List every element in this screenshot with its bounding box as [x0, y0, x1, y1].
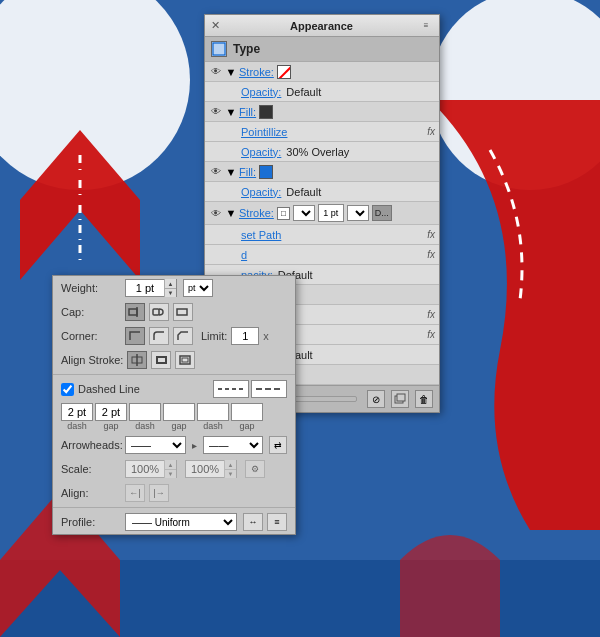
arrowhead-end-select[interactable]: —— — [203, 436, 264, 454]
no-icon-button[interactable]: ⊘ — [367, 390, 385, 408]
align-outside-button[interactable] — [175, 351, 195, 369]
weight-label: Weight: — [61, 282, 121, 294]
type-label: Type — [233, 42, 260, 56]
fx-badge-5: fx — [427, 329, 435, 340]
set-path-label-1[interactable]: set Path — [241, 229, 281, 241]
d-row-1: d fx — [205, 245, 439, 265]
gap-2-group: gap — [163, 403, 195, 431]
expand-icon-2[interactable]: ▼ — [226, 107, 236, 117]
gap-1-input[interactable] — [95, 403, 127, 421]
fill-color-swatch-2[interactable] — [259, 165, 273, 179]
stroke-row-1: 👁 ▼ Stroke: — [205, 62, 439, 82]
expand-icon-4[interactable]: ▼ — [226, 208, 236, 218]
corner-row: Corner: Limit: x — [53, 324, 295, 348]
scale-1-up[interactable]: ▲ — [165, 460, 176, 469]
weight-down-button[interactable]: ▼ — [165, 288, 176, 297]
scale-value-1: 100% — [126, 463, 164, 475]
opacity-label-2[interactable]: Opacity: — [241, 146, 281, 158]
pointillize-row: Pointillize fx — [205, 122, 439, 142]
visibility-icon-3[interactable]: 👁 — [209, 166, 223, 178]
stroke-options-panel: Weight: 1 pt ▲ ▼ pt Cap: Corner: — [52, 275, 296, 535]
visibility-icon-1[interactable]: 👁 — [209, 66, 223, 78]
new-layer-button[interactable] — [391, 390, 409, 408]
stroke-weight-spinner[interactable]: 1 pt — [318, 204, 344, 222]
expand-icon-1[interactable]: ▼ — [226, 67, 236, 77]
weight-spinner[interactable]: 1 pt ▲ ▼ — [125, 279, 177, 297]
visibility-icon-4[interactable]: 👁 — [209, 207, 223, 219]
corner-miter-button[interactable] — [125, 327, 145, 345]
opacity-label-1[interactable]: Opacity: — [241, 86, 281, 98]
gap-3-input[interactable] — [231, 403, 263, 421]
cap-butt-button[interactable] — [125, 303, 145, 321]
profile-options-button[interactable]: ≡ — [267, 513, 287, 531]
dash-2-input[interactable] — [129, 403, 161, 421]
corner-round-button[interactable] — [149, 327, 169, 345]
cap-row: Cap: — [53, 300, 295, 324]
weight-unit-select[interactable]: pt — [183, 279, 213, 297]
dashed-checkbox[interactable] — [61, 383, 74, 396]
opacity-row-2: Opacity: 30% Overlay — [205, 142, 439, 162]
scale-spinner-1[interactable]: 100% ▲ ▼ — [125, 460, 177, 478]
pointillize-label[interactable]: Pointillize — [241, 126, 287, 138]
dash-1-label: dash — [67, 421, 87, 431]
svg-rect-18 — [177, 309, 187, 315]
expand-icon-3[interactable]: ▼ — [226, 167, 236, 177]
gap-1-group: gap — [95, 403, 127, 431]
stroke-type-select[interactable] — [347, 205, 369, 221]
fill-color-swatch-1[interactable] — [259, 105, 273, 119]
visibility-icon-2[interactable]: 👁 — [209, 106, 223, 118]
scale-1-down[interactable]: ▼ — [165, 469, 176, 478]
scale-2-down[interactable]: ▼ — [225, 469, 236, 478]
stroke-label-2[interactable]: Stroke: — [239, 207, 274, 219]
scale-value-2: 100% — [186, 463, 224, 475]
scale-link-button[interactable]: ⚙ — [245, 460, 265, 478]
align-left-arrow[interactable]: ←| — [125, 484, 145, 502]
dash-1-input[interactable] — [61, 403, 93, 421]
arrow-separator: ▸ — [192, 440, 197, 451]
svg-rect-10 — [214, 44, 224, 54]
dashed-label-text: Dashed Line — [78, 383, 140, 395]
stroke-d-button[interactable]: D... — [372, 205, 392, 221]
d-label-1[interactable]: d — [241, 249, 247, 261]
opacity-value-2: 30% Overlay — [286, 146, 349, 158]
arrowhead-start-select[interactable]: —— — [125, 436, 186, 454]
align-center-button[interactable] — [127, 351, 147, 369]
scale-spinner-2[interactable]: 100% ▲ ▼ — [185, 460, 237, 478]
profile-label: Profile: — [61, 516, 121, 528]
align-inside-button[interactable] — [151, 351, 171, 369]
profile-flip-button[interactable]: ↔ — [243, 513, 263, 531]
fill-label-2[interactable]: Fill: — [239, 166, 256, 178]
divider-1 — [53, 374, 295, 375]
dash-3-input[interactable] — [197, 403, 229, 421]
dash-pattern-1[interactable] — [213, 380, 249, 398]
dash-pattern-2[interactable] — [251, 380, 287, 398]
stroke-label-1[interactable]: Stroke: — [239, 66, 274, 78]
align-label-2: Align: — [61, 487, 121, 499]
corner-bevel-button[interactable] — [173, 327, 193, 345]
opacity-label-3[interactable]: Opacity: — [241, 186, 281, 198]
gap-3-label: gap — [239, 421, 254, 431]
weight-up-button[interactable]: ▲ — [165, 279, 176, 288]
corner-label: Corner: — [61, 330, 121, 342]
profile-row: Profile: —— Uniform ↔ ≡ — [53, 510, 295, 534]
dashed-line-row: Dashed Line — [53, 377, 295, 401]
gap-2-input[interactable] — [163, 403, 195, 421]
stroke-row-2: 👁 ▼ Stroke: □ 1 pt D... — [205, 202, 439, 225]
scale-2-up[interactable]: ▲ — [225, 460, 236, 469]
align-stroke-row: Align Stroke: — [53, 348, 295, 372]
panel-close-icon[interactable]: ✕ — [211, 19, 220, 32]
profile-select[interactable]: —— Uniform — [125, 513, 237, 531]
trash-button[interactable]: 🗑 — [415, 390, 433, 408]
fill-label-1[interactable]: Fill: — [239, 106, 256, 118]
stroke-align-select[interactable] — [293, 205, 315, 221]
swap-arrows-button[interactable]: ⇄ — [269, 436, 287, 454]
limit-input[interactable] — [231, 327, 259, 345]
stroke-color-swatch-1[interactable] — [277, 65, 291, 79]
stroke-box-swatch[interactable]: □ — [277, 207, 290, 220]
opacity-row-3: Opacity: Default — [205, 182, 439, 202]
cap-round-button[interactable] — [149, 303, 169, 321]
dashed-line-label[interactable]: Dashed Line — [61, 383, 140, 396]
cap-square-button[interactable] — [173, 303, 193, 321]
align-right-arrow[interactable]: |→ — [149, 484, 169, 502]
panel-menu-button[interactable]: ≡ — [419, 19, 433, 33]
